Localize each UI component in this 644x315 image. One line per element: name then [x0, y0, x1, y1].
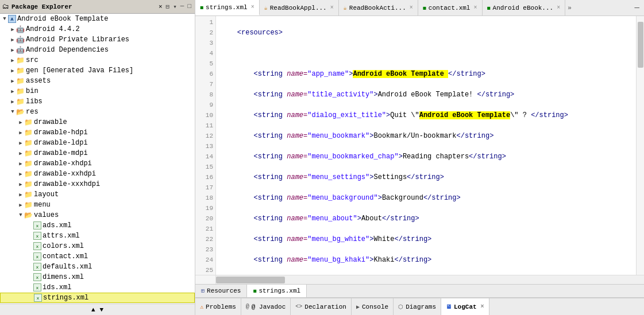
tree-item-drawable-xhdpi[interactable]: 📁 drawable-xhdpi	[0, 158, 195, 169]
tree-item-layout[interactable]: 📁 layout	[0, 189, 195, 200]
tree-item-drawable-xxhdpi[interactable]: 📁 drawable-xxhdpi	[0, 169, 195, 179]
tree-item-res[interactable]: 📂 res	[0, 107, 195, 117]
drawable-xxxhdpi-icon: 📁	[24, 180, 33, 189]
tree-item-drawable-mdpi[interactable]: 📁 drawable-mdpi	[0, 148, 195, 158]
tree-item-src[interactable]: 📁 src	[0, 55, 195, 65]
tree-label: drawable-xxhdpi	[34, 170, 96, 178]
tab-logcat[interactable]: 🖥 LogCat ×	[441, 298, 489, 315]
tree-item-drawable-hdpi[interactable]: 📁 drawable-hdpi	[0, 127, 195, 138]
line-num-3: 3	[195, 38, 213, 48]
tree-item-ads-xml[interactable]: x ads.xml	[0, 220, 195, 231]
tab-contact-xml[interactable]: ◼ contact.xml ×	[418, 0, 483, 15]
tree-label: menu	[34, 201, 51, 209]
line-num-17: 17	[195, 182, 213, 193]
tab-diagrams[interactable]: ⬡ Diagrams	[394, 298, 441, 315]
tree-item-drawable[interactable]: 📁 drawable	[0, 117, 195, 127]
tab-problems[interactable]: ⚠ Problems	[195, 298, 241, 315]
drawable-ldpi-icon: 📁	[24, 139, 33, 147]
tree-label: strings.xml	[43, 294, 88, 302]
code-line-8: <string name="menu_settings">Settings</s…	[221, 172, 636, 182]
tree-item-android442[interactable]: 🤖 Android 4.4.2	[0, 24, 195, 34]
tree-item-colors-xml[interactable]: x colors.xml	[0, 241, 195, 251]
android-dep-icon: 🤖	[16, 46, 25, 55]
editor-horizontal-scrollbar[interactable]	[195, 275, 644, 284]
line-num-7: 7	[195, 79, 213, 90]
line-num-8: 8	[195, 90, 213, 100]
tree-item-dimens-xml[interactable]: x dimens.xml	[0, 272, 195, 282]
sidebar-collapse-icon[interactable]: ⊟	[165, 2, 171, 11]
h-scroll-track[interactable]	[216, 275, 644, 284]
tab-strings-xml[interactable]: ◼ strings.xml ×	[195, 0, 260, 15]
tree-item-drawable-ldpi[interactable]: 📁 drawable-ldpi	[0, 138, 195, 148]
tree-toggle-root	[1, 16, 8, 22]
code-line-4: <string name="title_activity">Android eB…	[221, 90, 636, 100]
tab-close-icon[interactable]: ×	[251, 4, 254, 10]
tab-console[interactable]: ▶ Console	[352, 298, 394, 315]
tree-item-menu[interactable]: 📁 menu	[0, 200, 195, 210]
sidebar-maximize-icon[interactable]: □	[186, 2, 192, 11]
tree-item-gen[interactable]: 📁 gen [Generated Java Files]	[0, 65, 195, 76]
sidebar-menu-icon[interactable]: ▾	[172, 2, 178, 11]
sidebar-minimize-icon[interactable]: ─	[179, 2, 186, 11]
tree-item-attrs-xml[interactable]: x attrs.xml	[0, 231, 195, 241]
tree-label: bin	[26, 87, 38, 95]
tab-close-icon[interactable]: ×	[330, 5, 334, 11]
tree-label: drawable-xxxhdpi	[34, 180, 100, 188]
tree-label: assets	[26, 77, 51, 85]
drawable-mdpi-icon: 📁	[24, 149, 33, 158]
editor-vertical-scrollbar[interactable]	[636, 16, 644, 275]
tab-logcat-close[interactable]: ×	[481, 304, 484, 310]
tab-javadoc[interactable]: @ @ Javadoc	[241, 298, 291, 315]
tab-android-ebook[interactable]: ◼ Android eBook... ×	[483, 0, 566, 15]
code-text-area[interactable]: <resources> <string name="app_name">Andr…	[216, 16, 636, 275]
resources-icon: ⊞	[201, 287, 205, 294]
tab-strings-xml-bottom[interactable]: ◼ strings.xml	[247, 285, 307, 297]
tab-problems-label: Problems	[206, 304, 236, 310]
tree-label: gen [Generated Java Files]	[26, 67, 133, 75]
editor-minimize-icon[interactable]: ─	[630, 0, 644, 15]
tab-xml-icon: ◼	[423, 5, 426, 11]
tab-readbookacti[interactable]: ☕ ReadBookActi... ×	[339, 0, 418, 15]
nav-up-icon[interactable]: ▲	[91, 306, 95, 313]
line-num-9: 9	[195, 100, 213, 110]
tree-item-bin[interactable]: 📁 bin	[0, 86, 195, 96]
tab-java-icon: ☕	[264, 5, 268, 11]
tree-item-defaults-xml[interactable]: x defaults.xml	[0, 262, 195, 272]
tab-resources-label: Resources	[207, 287, 241, 294]
line-num-13: 13	[195, 141, 213, 151]
tab-close-icon[interactable]: ×	[410, 5, 413, 11]
tab-label: contact.xml	[429, 5, 471, 11]
tab-label: Android eBook...	[493, 5, 554, 11]
code-editor: 1 2 3 4 5 6 7 8 9 10 11 12 13 14 15 16 1…	[195, 16, 644, 275]
tree-item-root[interactable]: A Android eBook Template	[0, 14, 195, 24]
code-line-10: <string name="menu_about">About</string>	[221, 213, 636, 224]
tree-item-libs[interactable]: 📁 libs	[0, 96, 195, 107]
tab-declaration[interactable]: <> Declaration	[291, 298, 352, 315]
scrollbar-thumb	[638, 22, 643, 68]
sidebar-tree: A Android eBook Template 🤖 Android 4.4.2…	[0, 14, 195, 304]
tree-toggle	[17, 202, 24, 208]
tree-item-assets[interactable]: 📁 assets	[0, 76, 195, 86]
android-private-icon: 🤖	[16, 36, 25, 44]
tab-resources[interactable]: ⊞ Resources	[195, 285, 247, 297]
tree-item-android-private[interactable]: 🤖 Android Private Libraries	[0, 34, 195, 45]
tree-item-values[interactable]: 📂 values	[0, 210, 195, 220]
tree-toggle	[9, 99, 16, 105]
tree-label: res	[26, 108, 38, 116]
tree-item-drawable-xxxhdpi[interactable]: 📁 drawable-xxxhdpi	[0, 179, 195, 189]
tree-item-ids-xml[interactable]: x ids.xml	[0, 282, 195, 293]
tree-toggle	[9, 26, 16, 33]
tree-toggle	[17, 171, 24, 177]
tree-item-contact-xml[interactable]: x contact.xml	[0, 251, 195, 262]
diagrams-icon: ⬡	[398, 304, 403, 310]
line-num-20: 20	[195, 213, 213, 224]
tab-close-icon[interactable]: ×	[557, 5, 560, 11]
nav-down-icon[interactable]: ▼	[100, 306, 104, 313]
tree-item-android-dep[interactable]: 🤖 Android Dependencies	[0, 45, 195, 55]
tab-overflow-icon[interactable]: »	[565, 0, 574, 15]
tree-item-strings-xml[interactable]: x strings.xml	[0, 293, 195, 303]
tab-close-icon[interactable]: ×	[473, 5, 477, 11]
sidebar-close-icon[interactable]: ×	[159, 3, 163, 10]
tab-readbookappl[interactable]: ☕ ReadBookAppl... ×	[260, 0, 339, 15]
line-num-14: 14	[195, 151, 213, 162]
